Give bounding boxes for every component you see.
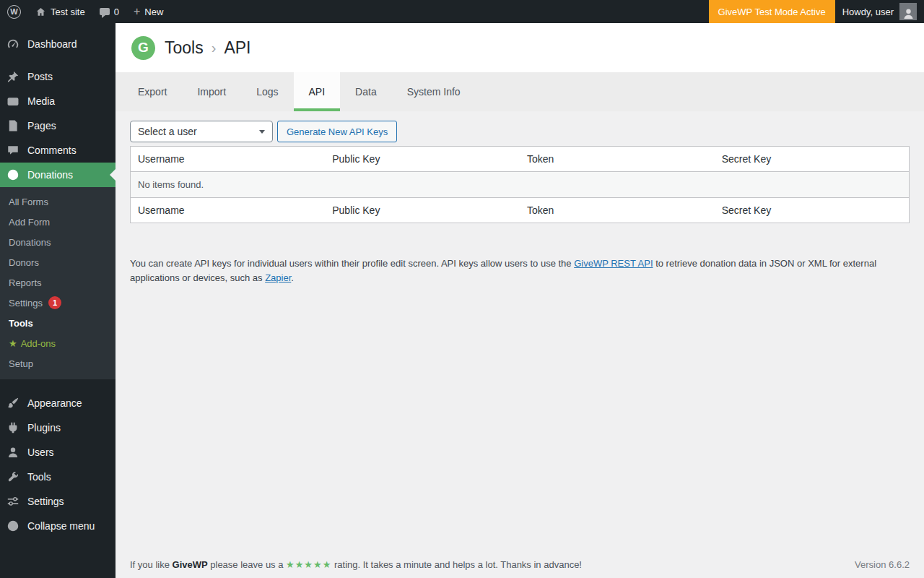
submenu-item-reports[interactable]: Reports <box>0 272 116 293</box>
submenu-item-donors[interactable]: Donors <box>0 252 116 272</box>
sidebar-item-label: Donations <box>27 169 73 181</box>
new-label: New <box>144 7 163 17</box>
collapse-arrow-icon <box>6 519 20 533</box>
footer-header-public-key: Public Key <box>325 198 520 223</box>
tab-logs[interactable]: Logs <box>241 72 293 111</box>
submenu-item-all-forms[interactable]: All Forms <box>0 191 116 212</box>
sidebar-item-label: Pages <box>27 120 56 131</box>
tab-data[interactable]: Data <box>340 72 392 111</box>
sidebar-item-posts[interactable]: Posts <box>0 64 116 89</box>
footer-header-secret-key: Secret Key <box>715 198 910 223</box>
submenu-item-donations[interactable]: Donations <box>0 232 116 252</box>
sidebar-item-appearance[interactable]: Appearance <box>0 391 116 415</box>
table-row: No items found. <box>131 172 910 198</box>
menu-separator <box>0 379 116 391</box>
description-text: . <box>291 272 294 283</box>
submenu-item-add-form[interactable]: Add Form <box>0 212 116 232</box>
tab-system-info[interactable]: System Info <box>392 72 476 111</box>
submenu-label: Donations <box>9 237 51 248</box>
page-header: G Tools › API <box>116 23 924 72</box>
collapse-menu-button[interactable]: Collapse menu <box>0 514 116 538</box>
submenu-item-add-ons[interactable]: ★ Add-ons <box>0 333 116 353</box>
plug-icon <box>6 420 20 435</box>
submenu-label: Add Form <box>9 217 50 228</box>
givewp-logo-icon: G <box>131 36 155 60</box>
dashboard-icon <box>6 37 20 51</box>
speech-bubble-icon <box>6 143 20 158</box>
new-content-button[interactable]: + New <box>126 0 170 23</box>
settings-tab-bar: Export Import Logs API Data System Info <box>116 72 924 111</box>
submenu-label: Reports <box>9 277 42 288</box>
generate-api-keys-button[interactable]: Generate New API Keys <box>277 121 397 142</box>
zapier-link[interactable]: Zapier <box>265 272 291 283</box>
settings-notification-badge: 1 <box>48 296 61 309</box>
sidebar-item-label: Tools <box>27 471 51 483</box>
submenu-label: Settings <box>9 298 43 309</box>
submenu-label: Tools <box>9 318 33 329</box>
footer-header-token: Token <box>520 198 715 223</box>
plus-icon: + <box>134 6 140 17</box>
sidebar-item-pages[interactable]: Pages <box>0 113 116 138</box>
submenu-label: Setup <box>9 358 33 369</box>
submenu-label: Donors <box>9 257 39 268</box>
footer-text: rating. It takes a minute and helps a lo… <box>331 559 582 570</box>
rating-request: If you like GiveWP please leave us a ★★★… <box>130 559 582 570</box>
person-icon <box>6 445 20 460</box>
empty-row-message: No items found. <box>131 172 910 198</box>
submenu-item-settings[interactable]: Settings 1 <box>0 293 116 313</box>
givewp-rest-api-link[interactable]: GiveWP REST API <box>574 258 653 269</box>
paintbrush-icon <box>6 396 20 410</box>
sidebar-item-label: Users <box>27 447 54 458</box>
sidebar-item-users[interactable]: Users <box>0 440 116 465</box>
svg-text:G: G <box>11 171 16 178</box>
sidebar-item-dashboard[interactable]: Dashboard <box>0 32 116 56</box>
header-username: Username <box>131 147 326 172</box>
admin-bar-spacer <box>170 0 708 23</box>
sidebar-item-label: Plugins <box>27 422 61 434</box>
table-header-row: Username Public Key Token Secret Key <box>131 147 910 172</box>
sidebar-item-media[interactable]: Media <box>0 89 116 113</box>
submenu-label: Add-ons <box>21 338 56 349</box>
camera-icon <box>6 94 20 108</box>
footer-header-username: Username <box>131 198 326 223</box>
sidebar-item-comments[interactable]: Comments <box>0 138 116 163</box>
admin-sidebar: Dashboard Posts Media Pages Comments G D… <box>0 23 116 578</box>
page-title: Tools › API <box>165 38 250 58</box>
sidebar-item-donations[interactable]: G Donations <box>0 163 116 187</box>
site-name-label: Test site <box>51 7 85 17</box>
table-footer-row: Username Public Key Token Secret Key <box>131 198 910 223</box>
chevron-down-icon <box>259 130 265 134</box>
sidebar-item-label: Collapse menu <box>27 520 95 532</box>
submenu-item-tools[interactable]: Tools <box>0 313 116 333</box>
comments-link[interactable]: 0 <box>92 0 126 23</box>
sidebar-item-settings[interactable]: Settings <box>0 489 116 514</box>
version-label: Version 6.6.2 <box>855 559 910 570</box>
sidebar-item-label: Appearance <box>27 397 82 409</box>
brand-name: GiveWP <box>173 559 208 570</box>
menu-separator <box>0 56 116 64</box>
test-mode-badge[interactable]: GiveWP Test Mode Active <box>709 0 835 23</box>
star-icon: ★ <box>9 338 17 349</box>
api-keys-table: Username Public Key Token Secret Key No … <box>130 146 910 223</box>
sidebar-item-label: Media <box>27 95 55 107</box>
tab-export[interactable]: Export <box>123 72 182 111</box>
tab-api[interactable]: API <box>294 72 341 111</box>
main-content: G Tools › API Export Import Logs API Dat… <box>116 23 924 578</box>
wordpress-logo-menu[interactable]: W <box>0 0 28 23</box>
page-title-secondary: API <box>224 38 250 58</box>
submenu-item-setup[interactable]: Setup <box>0 353 116 374</box>
wordpress-logo-icon: W <box>7 5 21 19</box>
footer-text: please leave us a <box>208 559 286 570</box>
user-select-dropdown[interactable]: Select a user <box>130 121 273 142</box>
header-secret-key: Secret Key <box>715 147 910 172</box>
comments-bubble-icon <box>100 8 110 15</box>
account-menu[interactable]: Howdy, user <box>835 0 924 23</box>
rating-stars-link[interactable]: ★★★★★ <box>286 559 331 570</box>
sidebar-item-plugins[interactable]: Plugins <box>0 415 116 440</box>
pushpin-icon <box>6 69 20 84</box>
tab-import[interactable]: Import <box>182 72 241 111</box>
sidebar-item-tools[interactable]: Tools <box>0 465 116 489</box>
site-name-link[interactable]: Test site <box>28 0 92 23</box>
page-title-primary: Tools <box>165 38 204 58</box>
header-public-key: Public Key <box>325 147 520 172</box>
